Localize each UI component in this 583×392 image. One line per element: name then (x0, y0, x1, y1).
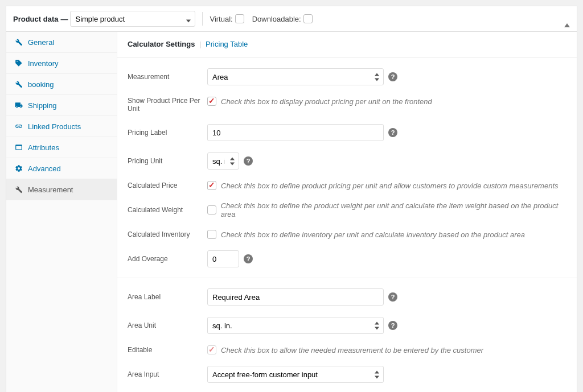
tab-label: Linked Products (28, 122, 81, 131)
card-icon (14, 143, 23, 152)
tab-advanced[interactable]: Advanced (6, 158, 117, 179)
virtual-label: Virtual: (210, 15, 232, 23)
measurement-select[interactable]: Area (207, 68, 384, 85)
truck-icon (14, 101, 23, 110)
help-icon[interactable]: ? (244, 254, 253, 263)
area-label-label: Area Label (128, 293, 207, 301)
show-price-label: Show Product Price Per Unit (128, 97, 207, 113)
help-icon[interactable]: ? (388, 321, 397, 330)
tab-label: Attributes (28, 143, 59, 152)
overage-label: Add Overage (128, 255, 207, 263)
calc-inventory-label: Calculated Inventory (128, 230, 207, 238)
calc-price-label: Calculated Price (128, 181, 207, 189)
tab-general[interactable]: General (6, 32, 117, 53)
content-area: Calculator Settings | Pricing Table Meas… (117, 32, 577, 392)
tab-inventory[interactable]: Inventory (6, 53, 117, 74)
tab-label: Advanced (28, 164, 61, 173)
calc-weight-checkbox[interactable] (207, 205, 216, 214)
show-price-desc: Check this box to display product pricin… (221, 97, 432, 106)
calc-inventory-desc: Check this box to define inventory per u… (221, 230, 525, 239)
area-input-select[interactable]: Accept free-form customer input (207, 366, 384, 383)
area-unit-label: Area Unit (128, 321, 207, 329)
tab-booking[interactable]: booking (6, 74, 117, 95)
tab-label: Measurement (28, 185, 73, 194)
product-type-select[interactable]: Simple product (70, 11, 195, 27)
downloadable-label: Downloadable: (252, 15, 301, 23)
tab-linked-products[interactable]: Linked Products (6, 116, 117, 137)
virtual-checkbox[interactable] (235, 14, 244, 23)
calc-weight-desc: Check this box to define the product wei… (221, 201, 566, 218)
tab-label: General (28, 38, 54, 47)
pricing-unit-select[interactable]: sq. in. (207, 152, 239, 170)
help-icon[interactable]: ? (388, 292, 397, 302)
area-input-label: Area Input (128, 370, 207, 378)
editable-checkbox (207, 345, 216, 354)
sidebar-tabs: General Inventory booking Shipping Linke… (6, 32, 117, 392)
tab-label: booking (28, 80, 54, 89)
wrench-icon (14, 38, 23, 47)
show-price-checkbox[interactable] (207, 97, 216, 106)
gear-icon (14, 164, 23, 173)
calc-inventory-checkbox[interactable] (207, 230, 216, 239)
panel-title: Product data (13, 15, 58, 23)
subnav-active: Calculator Settings (128, 40, 195, 48)
calc-price-desc: Check this box to define product pricing… (221, 181, 559, 190)
tab-label: Inventory (28, 59, 58, 68)
calc-weight-label: Calculated Weight (128, 206, 207, 214)
link-icon (14, 122, 23, 131)
tab-attributes[interactable]: Attributes (6, 137, 117, 158)
area-unit-select[interactable]: sq. in. (207, 317, 384, 334)
downloadable-checkbox[interactable] (303, 14, 313, 23)
measurement-label: Measurement (128, 73, 207, 81)
editable-desc: Check this box to allow the needed measu… (221, 346, 483, 354)
wrench-icon (14, 185, 23, 194)
pricing-label-label: Pricing Label (128, 129, 207, 137)
collapse-toggle[interactable] (564, 15, 570, 23)
pricing-unit-label: Pricing Unit (128, 157, 207, 165)
pricing-label-input[interactable] (207, 124, 384, 141)
help-icon[interactable]: ? (244, 156, 253, 166)
area-label-input[interactable] (207, 288, 384, 306)
calc-price-checkbox[interactable] (207, 181, 216, 190)
wrench-icon (14, 80, 23, 89)
tag-icon (14, 59, 23, 68)
sub-nav: Calculator Settings | Pricing Table (128, 40, 566, 51)
help-icon[interactable]: ? (388, 72, 397, 81)
editable-label: Editable (128, 346, 207, 354)
help-icon[interactable]: ? (388, 128, 397, 137)
tab-measurement[interactable]: Measurement (6, 179, 117, 200)
tab-shipping[interactable]: Shipping (6, 95, 117, 116)
panel-header: Product data — Simple product Virtual: D… (6, 6, 577, 32)
subnav-pricing-table[interactable]: Pricing Table (206, 40, 248, 48)
overage-input[interactable] (207, 250, 239, 267)
tab-label: Shipping (28, 101, 57, 110)
